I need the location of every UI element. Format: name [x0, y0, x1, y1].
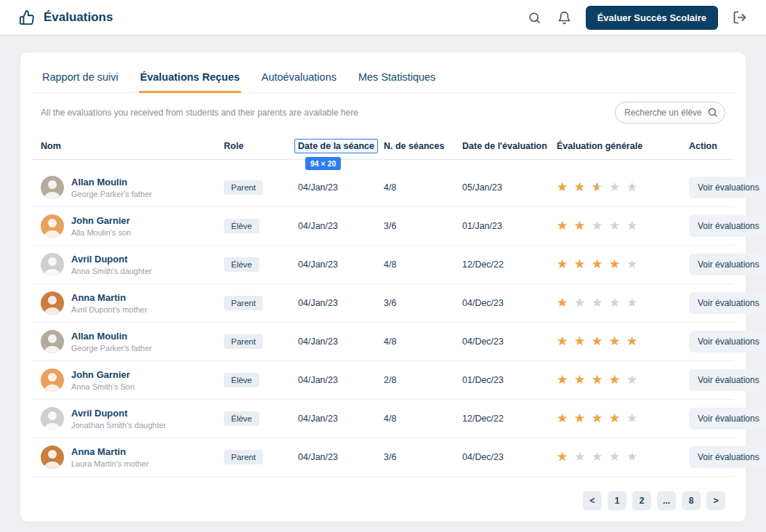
student-name: Avril Dupont	[71, 254, 152, 265]
star-empty-glyph: ★	[592, 296, 602, 310]
student-name: Allan Moulin	[71, 331, 152, 342]
action-cell: Voir évaluations	[689, 177, 766, 198]
page-next-button[interactable]: >	[706, 491, 725, 510]
action-cell: Voir évaluations	[689, 254, 766, 275]
description-text: All the evaluations you received from st…	[41, 108, 358, 118]
star-fill-glyph: ★	[557, 258, 570, 271]
sessions-count: 4/8	[384, 182, 462, 193]
star-fill-glyph: ★	[574, 219, 587, 233]
avatar	[41, 214, 64, 238]
page-prev-button[interactable]: <	[583, 491, 602, 510]
tab-autoevaluations[interactable]: Autoévaluations	[260, 65, 338, 92]
student-identity: Avril DupontAnna Smith's daughter	[71, 254, 152, 275]
tab-mes-statistiques[interactable]: Mes Statistiques	[357, 65, 437, 92]
star-icon: ★★	[592, 374, 605, 387]
star-fill-glyph: ★	[574, 258, 587, 271]
person-avatar-icon	[41, 446, 64, 469]
star-empty-glyph: ★	[626, 373, 637, 387]
page-8-button[interactable]: 8	[682, 491, 701, 510]
column-header-date-de-la-seance: Date de la séance94 × 20	[298, 139, 384, 153]
star-icon: ★★	[592, 412, 605, 425]
sessions-count: 4/8	[384, 414, 462, 424]
student-identity: John GarnierAnna Smith's Son	[71, 369, 134, 391]
session-date: 04/Jan/23	[298, 414, 384, 424]
avatar	[41, 407, 64, 430]
search-button[interactable]	[526, 9, 543, 26]
student-relation: Laura Martin's mother	[71, 459, 149, 468]
star-fill-glyph: ★	[557, 335, 570, 348]
student-relation: Anna Smith's daughter	[71, 267, 152, 275]
role-cell: Élève	[224, 411, 298, 426]
thumbs-up-logo-icon	[17, 8, 36, 27]
person-avatar-icon	[41, 253, 64, 276]
star-icon: ★★	[626, 219, 640, 233]
evaluation-date: 12/Dec/22	[462, 414, 557, 424]
student-name: John Garnier	[71, 369, 134, 381]
student-cell: Anna MartinLaura Martin's mother	[41, 446, 224, 469]
star-icon: ★★	[557, 219, 570, 233]
table-row: Anna MartinAvril Dupont's motherParent04…	[32, 284, 734, 323]
table-row: John GarnierAlla Moulin's sonÉlève04/Jan…	[32, 207, 734, 246]
star-icon: ★★	[609, 219, 622, 233]
star-icon: ★★	[557, 335, 570, 348]
measurement-highlight-box: Date de la séance94 × 20	[294, 139, 378, 153]
star-empty-glyph: ★	[609, 296, 620, 310]
star-icon: ★★	[574, 181, 587, 194]
star-icon: ★★	[592, 219, 605, 233]
page-title: Évaluations	[44, 10, 113, 25]
student-relation: Jonathan Smith's daughter	[71, 421, 166, 430]
star-icon: ★★	[609, 451, 622, 464]
tab-evaluations-recues[interactable]: Évaluations Reçues	[139, 65, 241, 92]
star-fill-glyph: ★	[626, 335, 640, 348]
star-empty-glyph: ★	[626, 296, 637, 310]
student-name: Anna Martin	[71, 446, 149, 458]
star-fill-glyph: ★	[557, 181, 570, 194]
person-avatar-icon	[41, 291, 64, 315]
star-empty-glyph: ★	[609, 219, 620, 233]
person-avatar-icon	[41, 407, 64, 430]
view-evaluations-button[interactable]: Voir évaluations	[689, 254, 766, 275]
view-evaluations-button[interactable]: Voir évaluations	[689, 292, 766, 314]
column-header-evaluation-generale: Évaluation générale	[557, 141, 689, 151]
view-evaluations-button[interactable]: Voir évaluations	[689, 446, 766, 468]
session-date: 04/Jan/23	[298, 375, 384, 385]
star-fill-glyph: ★	[574, 335, 587, 348]
student-name: John Garnier	[71, 215, 131, 227]
avatar	[41, 291, 64, 315]
star-icon: ★★	[574, 219, 587, 233]
view-evaluations-button[interactable]: Voir évaluations	[689, 369, 766, 391]
logout-button[interactable]	[731, 9, 749, 26]
person-avatar-icon	[41, 368, 64, 392]
student-search-input[interactable]	[615, 102, 725, 124]
session-date: 04/Jan/23	[298, 259, 384, 270]
view-evaluations-button[interactable]: Voir évaluations	[689, 408, 766, 430]
sessions-count: 4/8	[384, 336, 462, 347]
role-badge: Élève	[224, 257, 259, 272]
star-empty-glyph: ★	[626, 219, 637, 233]
page-ellipsis-button[interactable]: ...	[657, 491, 676, 510]
star-empty-glyph: ★	[626, 411, 637, 425]
page-2-button[interactable]: 2	[632, 491, 651, 510]
person-avatar-icon	[41, 330, 64, 353]
view-evaluations-button[interactable]: Voir évaluations	[689, 177, 766, 198]
student-relation: George Parker's father	[71, 344, 152, 352]
role-badge: Élève	[224, 219, 259, 233]
page-1-button[interactable]: 1	[608, 491, 626, 510]
avatar	[41, 330, 64, 353]
notifications-button[interactable]	[556, 9, 573, 26]
evaluate-succes-scolaire-button[interactable]: Évaluer Succès Scolaire	[586, 6, 718, 30]
session-date: 04/Jan/23	[298, 221, 384, 231]
star-icon: ★★	[609, 297, 622, 310]
view-evaluations-button[interactable]: Voir évaluations	[689, 331, 766, 352]
star-empty-glyph: ★	[626, 180, 637, 194]
role-badge: Parent	[224, 180, 263, 195]
star-empty-glyph: ★	[592, 219, 602, 233]
student-identity: John GarnierAlla Moulin's son	[71, 215, 131, 237]
bell-icon	[557, 11, 571, 25]
column-header-date-de-l-evaluation: Date de l'évaluation	[462, 141, 557, 151]
star-fill-glyph: ★	[574, 412, 587, 425]
view-evaluations-button[interactable]: Voir évaluations	[689, 215, 766, 237]
role-badge: Parent	[224, 450, 263, 464]
tab-rapport-de-suivi[interactable]: Rapport de suivi	[41, 65, 120, 92]
avatar	[41, 176, 64, 199]
